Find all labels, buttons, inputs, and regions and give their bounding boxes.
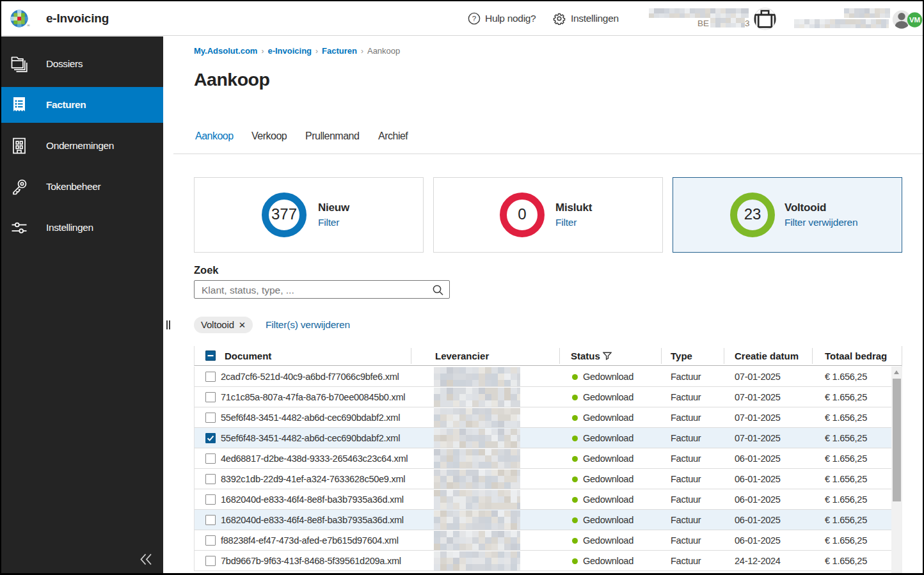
svg-text:?: ? <box>472 15 476 22</box>
svg-text:VM: VM <box>909 16 920 24</box>
